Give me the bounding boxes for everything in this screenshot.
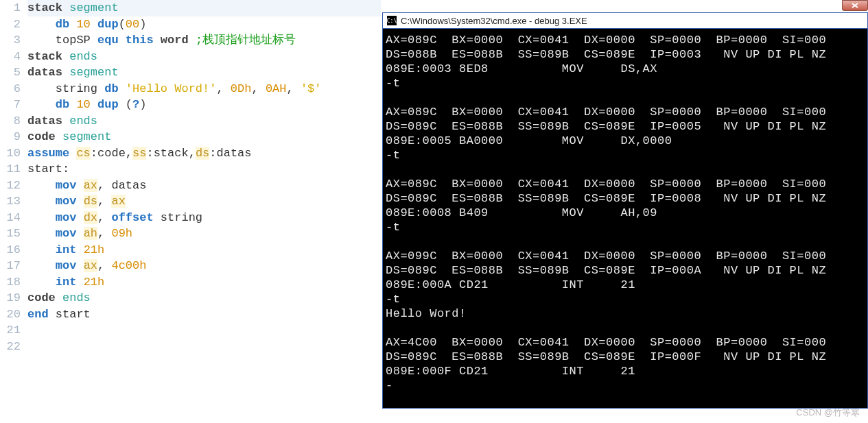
line-number: 4 bbox=[0, 49, 21, 65]
code-line[interactable]: mov ah, 09h bbox=[27, 226, 381, 242]
line-number: 2 bbox=[0, 16, 21, 33]
line-number: 3 bbox=[0, 32, 21, 49]
line-number: 10 bbox=[0, 145, 21, 162]
code-line[interactable] bbox=[27, 339, 381, 355]
terminal-output[interactable]: AX=089C BX=0000 CX=0041 DX=0000 SP=0000 … bbox=[383, 29, 867, 408]
line-number: 1 bbox=[0, 0, 21, 16]
line-number: 8 bbox=[0, 113, 21, 130]
code-line[interactable]: mov ax, 4c00h bbox=[27, 258, 381, 274]
line-number: 18 bbox=[0, 274, 21, 291]
code-line[interactable]: topSP equ this word ;栈顶指针地址标号 bbox=[27, 32, 381, 49]
terminal-window: C:\ C:\Windows\System32\cmd.exe - debug … bbox=[382, 12, 868, 409]
code-line[interactable]: mov dx, offset string bbox=[27, 210, 381, 226]
code-line[interactable]: mov ax, datas bbox=[27, 178, 381, 194]
code-line[interactable]: datas segment bbox=[27, 64, 381, 81]
line-number: 16 bbox=[0, 242, 21, 258]
code-line[interactable]: datas ends bbox=[27, 113, 381, 130]
code-area[interactable]: stack segment db 10 dup(00) topSP equ th… bbox=[25, 0, 381, 423]
line-number-gutter: 12345678910111213141516171819202122 bbox=[0, 0, 25, 423]
terminal-title-text: C:\Windows\System32\cmd.exe - debug 3.EX… bbox=[401, 16, 587, 26]
code-line[interactable]: code ends bbox=[27, 290, 381, 306]
terminal-titlebar[interactable]: C:\ C:\Windows\System32\cmd.exe - debug … bbox=[383, 13, 867, 29]
line-number: 11 bbox=[0, 161, 21, 178]
code-line[interactable] bbox=[27, 322, 381, 339]
code-line[interactable]: start: bbox=[27, 161, 381, 178]
line-number: 5 bbox=[0, 64, 21, 81]
line-number: 17 bbox=[0, 258, 21, 274]
line-number: 13 bbox=[0, 193, 21, 210]
line-number: 14 bbox=[0, 210, 21, 226]
line-number: 6 bbox=[0, 81, 21, 97]
window-close-button[interactable] bbox=[842, 0, 868, 11]
code-line[interactable]: int 21h bbox=[27, 274, 381, 291]
line-number: 19 bbox=[0, 290, 21, 306]
line-number: 21 bbox=[0, 322, 21, 339]
code-line[interactable]: string db 'Hello Word!', 0Dh, 0AH, '$' bbox=[27, 81, 381, 97]
code-line[interactable]: db 10 dup (?) bbox=[27, 97, 381, 113]
code-line[interactable]: db 10 dup(00) bbox=[27, 16, 381, 33]
code-line[interactable]: stack segment bbox=[27, 0, 381, 16]
line-number: 20 bbox=[0, 306, 21, 323]
code-line[interactable]: end start bbox=[27, 306, 381, 323]
line-number: 12 bbox=[0, 178, 21, 194]
cmd-icon: C:\ bbox=[387, 16, 397, 25]
line-number: 15 bbox=[0, 226, 21, 242]
line-number: 22 bbox=[0, 339, 21, 355]
code-line[interactable]: code segment bbox=[27, 129, 381, 145]
line-number: 9 bbox=[0, 129, 21, 145]
code-editor-panel: 12345678910111213141516171819202122 stac… bbox=[0, 0, 381, 423]
code-line[interactable]: assume cs:code,ss:stack,ds:datas bbox=[27, 145, 381, 162]
code-line[interactable]: int 21h bbox=[27, 242, 381, 258]
line-number: 7 bbox=[0, 97, 21, 113]
code-line[interactable]: mov ds, ax bbox=[27, 193, 381, 210]
code-line[interactable]: stack ends bbox=[27, 49, 381, 65]
